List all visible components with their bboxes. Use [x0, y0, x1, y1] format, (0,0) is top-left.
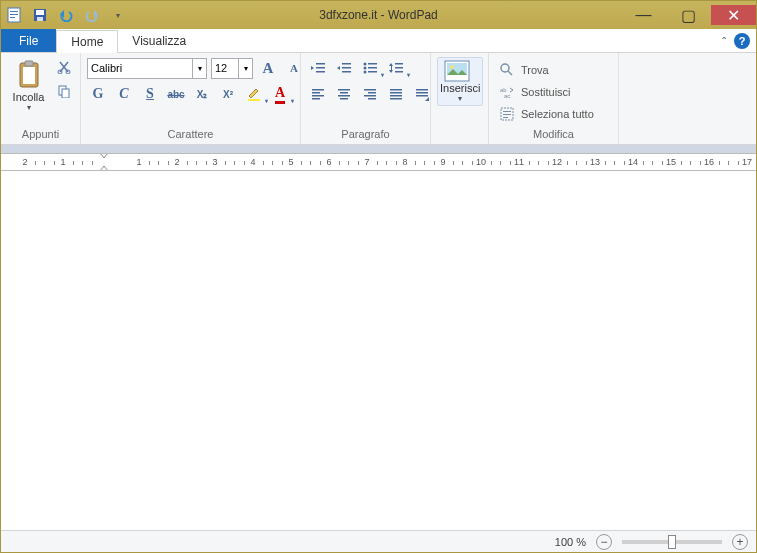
ruler-area: 211234567891011121314151617	[1, 145, 756, 171]
paste-button[interactable]: Incolla ▾	[7, 57, 50, 114]
insert-group-label	[437, 138, 482, 142]
zoom-slider-thumb[interactable]	[668, 535, 676, 549]
qat-save-button[interactable]	[29, 4, 51, 26]
ruler[interactable]: 211234567891011121314151617	[1, 153, 756, 171]
ribbon-tabs: File Home Visualizza ˆ ?	[1, 29, 756, 53]
zoom-in-button[interactable]: +	[732, 534, 748, 550]
ruler-number: 13	[590, 157, 600, 167]
svg-rect-15	[62, 89, 69, 98]
qat-redo-button[interactable]	[81, 4, 103, 26]
line-spacing-button[interactable]: ▾	[385, 57, 407, 79]
qat-undo-button[interactable]	[55, 4, 77, 26]
svg-rect-36	[312, 98, 320, 100]
ribbon: Incolla ▾ Appunti	[1, 53, 756, 145]
svg-rect-17	[316, 63, 325, 65]
svg-rect-50	[416, 92, 428, 94]
svg-marker-64	[100, 166, 108, 171]
select-all-label: Seleziona tutto	[521, 108, 594, 120]
subscript-button[interactable]: X₂	[191, 83, 213, 105]
view-tab[interactable]: Visualizza	[118, 29, 200, 52]
svg-rect-1	[10, 11, 18, 12]
svg-rect-44	[368, 98, 376, 100]
ruler-number: 2	[22, 157, 27, 167]
paragraph-dialog-button[interactable]	[411, 83, 433, 105]
svg-rect-40	[340, 98, 348, 100]
svg-point-55	[501, 64, 509, 72]
ruler-number: 11	[514, 157, 524, 167]
qat-customize-button[interactable]: ▾	[107, 4, 129, 26]
insert-label: Inserisci	[440, 82, 480, 94]
ruler-number: 3	[212, 157, 217, 167]
insert-button[interactable]: Inserisci ▾	[437, 57, 483, 106]
font-size-input[interactable]	[211, 58, 239, 79]
svg-text:ac: ac	[504, 93, 510, 99]
zoom-out-button[interactable]: −	[596, 534, 612, 550]
highlight-color-button[interactable]: ▾	[243, 83, 265, 105]
font-name-dropdown[interactable]: ▾	[193, 58, 207, 79]
help-icon[interactable]: ?	[734, 33, 750, 49]
svg-rect-31	[395, 67, 403, 69]
ruler-number: 5	[288, 157, 293, 167]
svg-rect-62	[503, 117, 508, 118]
svg-rect-11	[25, 61, 33, 66]
svg-rect-37	[338, 89, 350, 91]
close-button[interactable]: ✕	[711, 5, 756, 25]
svg-rect-39	[338, 95, 350, 97]
strikethrough-button[interactable]: abc	[165, 83, 187, 105]
decrease-indent-button[interactable]	[307, 57, 329, 79]
font-color-button[interactable]: A▾	[269, 83, 291, 105]
editing-group: Trova abac Sostituisci Seleziona tutto	[489, 53, 619, 144]
home-tab[interactable]: Home	[56, 30, 118, 53]
clipboard-group: Incolla ▾ Appunti	[1, 53, 81, 144]
ruler-number: 17	[742, 157, 752, 167]
svg-point-24	[364, 67, 367, 70]
find-button[interactable]: Trova	[495, 61, 598, 79]
superscript-button[interactable]: X²	[217, 83, 239, 105]
zoom-slider[interactable]	[622, 540, 722, 544]
file-tab[interactable]: File	[1, 29, 56, 52]
statusbar: 100 % − +	[1, 530, 756, 552]
svg-marker-63	[100, 153, 108, 158]
svg-rect-28	[368, 71, 377, 73]
document-page[interactable]	[1, 171, 756, 530]
svg-rect-6	[37, 17, 43, 21]
svg-rect-43	[364, 95, 376, 97]
svg-rect-35	[312, 95, 324, 97]
chevron-down-icon: ▾	[27, 103, 31, 112]
wordpad-app-icon	[7, 7, 23, 23]
bullet-list-button[interactable]: ▾	[359, 57, 381, 79]
maximize-button[interactable]: ▢	[666, 5, 711, 25]
underline-button[interactable]: S	[139, 83, 161, 105]
align-left-button[interactable]	[307, 83, 329, 105]
svg-rect-20	[342, 63, 351, 65]
increase-indent-button[interactable]	[333, 57, 355, 79]
minimize-button[interactable]: —	[621, 5, 666, 25]
svg-rect-38	[340, 92, 348, 94]
replace-button[interactable]: abac Sostituisci	[495, 83, 598, 101]
align-right-button[interactable]	[359, 83, 381, 105]
quick-access-toolbar: ▾	[29, 4, 129, 26]
align-justify-button[interactable]	[385, 83, 407, 105]
svg-rect-21	[342, 67, 351, 69]
window-title: 3dfxzone.it - WordPad	[319, 8, 438, 22]
shrink-font-button[interactable]: A	[283, 57, 305, 79]
select-all-button[interactable]: Seleziona tutto	[495, 105, 598, 123]
replace-label: Sostituisci	[521, 86, 571, 98]
cut-button[interactable]	[54, 57, 74, 77]
font-size-dropdown[interactable]: ▾	[239, 58, 253, 79]
font-group-label: Carattere	[87, 126, 294, 142]
svg-rect-51	[416, 95, 428, 97]
ruler-number: 16	[704, 157, 714, 167]
ruler-number: 2	[174, 157, 179, 167]
left-margin-indicator[interactable]	[100, 153, 110, 171]
window: ▾ 3dfxzone.it - WordPad — ▢ ✕ File Home …	[0, 0, 757, 553]
copy-button[interactable]	[54, 81, 74, 101]
svg-rect-30	[395, 63, 403, 65]
collapse-ribbon-button[interactable]: ˆ	[722, 35, 726, 47]
bold-button[interactable]: G	[87, 83, 109, 105]
align-center-button[interactable]	[333, 83, 355, 105]
font-name-input[interactable]	[87, 58, 193, 79]
svg-rect-2	[10, 14, 18, 15]
italic-button[interactable]: C	[113, 83, 135, 105]
grow-font-button[interactable]: A	[257, 57, 279, 79]
